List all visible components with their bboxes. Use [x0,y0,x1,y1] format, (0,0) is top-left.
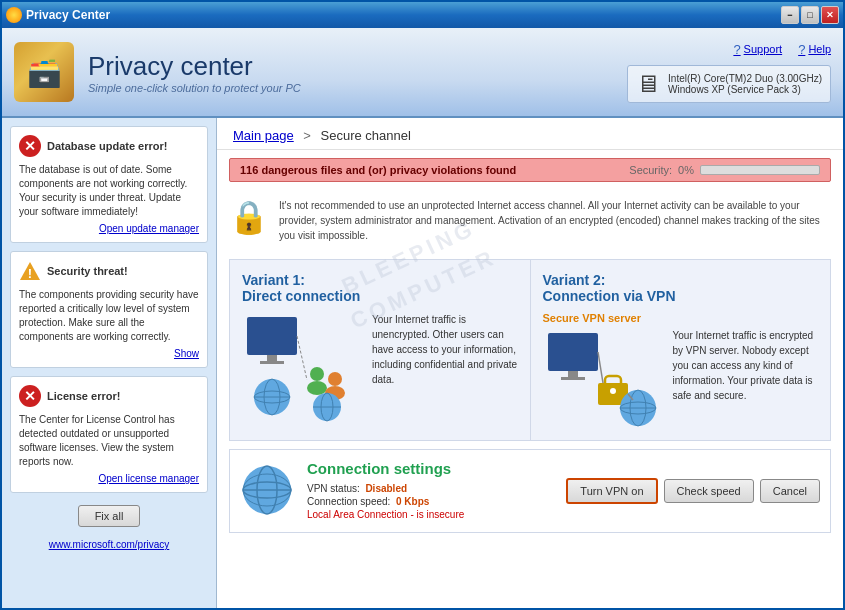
header-title-area: Privacy center Simple one-click solution… [88,51,301,94]
variant-2-box: Variant 2:Connection via VPN Secure VPN … [531,260,831,440]
monitor-icon: 🖥 [636,70,660,98]
app-title: Privacy center [88,51,301,82]
header-links: ? Support ? Help [733,42,831,57]
help-icon: ? [798,42,805,57]
maximize-button[interactable]: □ [801,6,819,24]
warn-icon: ! [19,260,41,282]
security-bar: Security: 0% [629,164,820,176]
header: 🗃️ Privacy center Simple one-click solut… [2,28,843,118]
close-button[interactable]: ✕ [821,6,839,24]
panel-title-1: Database update error! [47,140,167,152]
info-text: It's not recommended to use an unprotect… [279,198,831,243]
variant-1-text: Your Internet traffic is unencrypted. Ot… [372,312,518,387]
app-icon [6,7,22,23]
connection-title: Connection settings [307,460,554,477]
license-error-panel: ✕ License error! The Center for License … [10,376,208,493]
info-box: 🔒 It's not recommended to use an unprote… [217,190,843,251]
security-pct: 0% [678,164,694,176]
support-icon: ? [733,42,740,57]
svg-point-11 [328,372,342,386]
cancel-button[interactable]: Cancel [760,479,820,503]
security-threat-panel: ! Security threat! The components provid… [10,251,208,368]
connection-settings-section: Connection settings VPN status: Disabled… [229,449,831,533]
connection-speed-row: Connection speed: 0 Kbps [307,496,554,507]
vpn-status-row: VPN status: Disabled [307,483,554,494]
svg-line-16 [297,336,307,380]
panel-title-2: Security threat! [47,265,128,277]
panel-body-2: The components providing security have r… [19,288,199,344]
svg-rect-2 [247,317,297,355]
lan-row: Local Area Connection - is insecure [307,509,554,520]
variant-1-box: Variant 1:Variant 1: Direct connectionDi… [230,260,531,440]
cpu-info: Intel(R) Core(TM)2 Duo (3.00GHz) [668,73,822,84]
svg-rect-19 [561,377,585,380]
breadcrumb-separator: > [303,128,311,143]
svg-text:!: ! [28,266,32,281]
panel-body-3: The Center for License Control has detec… [19,413,199,469]
system-info: 🖥 Intel(R) Core(TM)2 Duo (3.00GHz) Windo… [627,65,831,103]
variant-1-diagram [242,312,362,422]
connection-speed-value: 0 Kbps [396,496,429,507]
window-controls: − □ ✕ [781,6,839,24]
alert-bar: 116 dangerous files and (or) privacy vio… [229,158,831,182]
connection-buttons: Turn VPN on Check speed Cancel [566,478,820,504]
security-label: Security: [629,164,672,176]
app-subtitle: Simple one-click solution to protect you… [88,82,301,94]
svg-point-9 [310,367,324,381]
lan-status: Local Area Connection - is insecure [307,509,464,520]
turn-vpn-on-button[interactable]: Turn VPN on [566,478,657,504]
title-bar: Privacy Center − □ ✕ [2,2,843,28]
help-link[interactable]: ? Help [798,42,831,57]
variant-1-content: Your Internet traffic is unencrypted. Ot… [242,312,518,422]
svg-line-27 [598,352,603,383]
svg-point-10 [307,381,327,395]
variant-2-diagram [543,328,663,428]
main-window: Privacy Center − □ ✕ 🗃️ Privacy center S… [0,0,845,610]
breadcrumb-home[interactable]: Main page [233,128,294,143]
sidebar: ✕ Database update error! The database is… [2,118,217,608]
connection-details: Connection settings VPN status: Disabled… [307,460,554,522]
breadcrumb: Main page > Secure channel [217,118,843,150]
alert-text: 116 dangerous files and (or) privacy vio… [240,164,516,176]
main-content: BLEEPINGCOMPUTER Main page > Secure chan… [217,118,843,608]
svg-point-22 [610,388,616,394]
lock-icon: 🔒 [229,198,269,236]
os-info: Windows XP (Service Pack 3) [668,84,822,95]
svg-rect-18 [568,371,578,377]
variant-1-title: Variant 1:Variant 1: Direct connectionDi… [242,272,360,304]
database-error-panel: ✕ Database update error! The database is… [10,126,208,243]
license-manager-link[interactable]: Open license manager [19,473,199,484]
svg-rect-4 [260,361,284,364]
update-manager-link[interactable]: Open update manager [19,223,199,234]
panel-title-3: License error! [47,390,120,402]
variant-2-text: Your Internet traffic is encrypted by VP… [673,328,819,403]
error-icon-2: ✕ [19,385,41,407]
error-icon-1: ✕ [19,135,41,157]
main-inner: BLEEPINGCOMPUTER Main page > Secure chan… [217,118,843,608]
support-link[interactable]: ? Support [733,42,782,57]
svg-rect-17 [548,333,598,371]
show-link[interactable]: Show [19,348,199,359]
breadcrumb-current: Secure channel [321,128,411,143]
panel-body-1: The database is out of date. Some compon… [19,163,199,219]
ms-privacy-link[interactable]: www.microsoft.com/privacy [10,539,208,550]
vpn-status-value: Disabled [365,483,407,494]
variant-2-title: Variant 2:Connection via VPN [543,272,676,304]
body: ✕ Database update error! The database is… [2,118,843,608]
minimize-button[interactable]: − [781,6,799,24]
svg-rect-3 [267,355,277,361]
check-speed-button[interactable]: Check speed [664,479,754,503]
app-logo: 🗃️ [14,42,74,102]
vpn-server-label: Secure VPN server [543,312,641,324]
variant-2-content: Your Internet traffic is encrypted by VP… [543,328,819,428]
security-progress-bar [700,165,820,175]
variants-section: Variant 1:Variant 1: Direct connectionDi… [229,259,831,441]
window-title: Privacy Center [26,8,110,22]
fix-all-button[interactable]: Fix all [78,505,141,527]
connection-globe [240,463,295,520]
